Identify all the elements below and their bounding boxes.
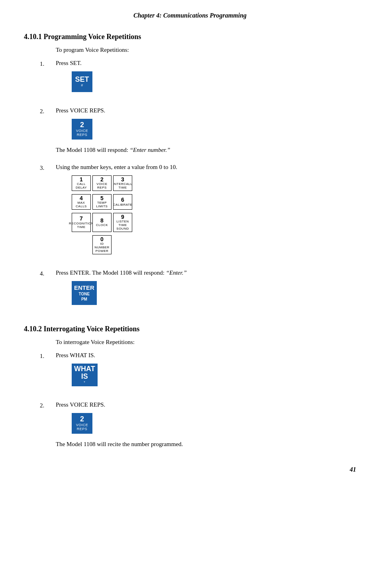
step-3: 3. Using the number keys, enter a value … [40, 164, 356, 262]
key-4: 4 MAX CALLS [72, 194, 91, 210]
step-1-text: Press SET. [56, 60, 356, 67]
s2-step-1: 1. Press WHAT IS. WHATIS * [40, 352, 356, 393]
step-3-number: 3. [40, 164, 56, 171]
s2-voice-reps-key-main: 2 [80, 415, 84, 423]
section-1-title: 4.10.1 Programming Voice Repetitions [24, 33, 356, 41]
s2-step-1-number: 1. [40, 352, 56, 360]
step-1-key-block: SET # [72, 71, 356, 94]
key-2: 2 VOICEREPS [92, 175, 112, 191]
s2-step-2-key-block: 2 VOICEREPS [72, 413, 356, 435]
numpad-zero-row: 0 ID NUMBERPOWER [72, 235, 132, 256]
key-0: 0 ID NUMBERPOWER [92, 235, 112, 254]
voice-reps-key-main: 2 [80, 121, 84, 129]
set-key-button: SET # [72, 71, 92, 92]
key-5: 5 TEMP LIMITS [92, 194, 112, 210]
enter-key-sub2: PM [81, 297, 87, 302]
s2-step-1-text: Press WHAT IS. [56, 352, 356, 359]
step-4-number: 4. [40, 269, 56, 277]
key-9: 9 LISTEN TIMESOUND [113, 213, 132, 232]
step-4-text: Press ENTER. The Model 1108 will respond… [56, 269, 356, 276]
set-key-main: SET [75, 76, 89, 84]
step-3-content: Using the number keys, enter a value fro… [56, 164, 356, 262]
key-7: 7 RECOGNITIONTIME [72, 213, 91, 232]
step-2-response-italic: “Enter number.” [130, 147, 170, 153]
s2-step-1-content: Press WHAT IS. WHATIS * [56, 352, 356, 393]
enter-key-button: ENTER TONE PM [72, 281, 97, 305]
voice-reps-key-sub: VOICEREPS [76, 129, 88, 137]
step-2-response: The Model 1108 will respond: “Enter numb… [56, 147, 356, 153]
s2-voice-reps-key-sub: VOICEREPS [76, 423, 88, 431]
section-2-title: 4.10.2 Interrogating Voice Repetitions [24, 325, 356, 333]
s2-step-1-key-block: WHATIS * [72, 364, 356, 388]
section-2-intro: To interrogate Voice Repetitions: [56, 339, 356, 346]
section-1-steps: 1. Press SET. SET # 2. Press VOICE REPS.… [40, 60, 356, 311]
key-1: 1 CALLDELAY [72, 175, 91, 191]
s2-voice-reps-key-button: 2 VOICEREPS [72, 413, 92, 434]
step-2-content: Press VOICE REPS. 2 VOICEREPS The Model … [56, 107, 356, 156]
step-3-text: Using the number keys, enter a value fro… [56, 164, 356, 171]
step-2: 2. Press VOICE REPS. 2 VOICEREPS The Mod… [40, 107, 356, 156]
s2-step-2-content: Press VOICE REPS. 2 VOICEREPS The Model … [56, 401, 356, 450]
page-number: 41 [24, 466, 356, 473]
step-2-number: 2. [40, 107, 56, 115]
key-8: 8 CLOCK [92, 213, 112, 232]
step-1: 1. Press SET. SET # [40, 60, 356, 99]
step-1-number: 1. [40, 60, 56, 67]
s2-step-2-text: Press VOICE REPS. [56, 401, 356, 408]
set-key-sub: # [81, 84, 83, 88]
enter-key-main: ENTER [74, 284, 94, 292]
s2-step-2: 2. Press VOICE REPS. 2 VOICEREPS The Mod… [40, 401, 356, 450]
section-4-10-2: 4.10.2 Interrogating Voice Repetitions T… [24, 325, 356, 450]
step-4: 4. Press ENTER. The Model 1108 will resp… [40, 269, 356, 311]
step-2-text: Press VOICE REPS. [56, 107, 356, 114]
enter-key-sub1: TONE [79, 291, 90, 297]
what-is-key-button: WHATIS * [72, 364, 98, 386]
what-is-key-sub: * [84, 381, 85, 385]
key-3: 3 INTERCALLTIME [113, 175, 132, 191]
step-1-content: Press SET. SET # [56, 60, 356, 99]
step-4-content: Press ENTER. The Model 1108 will respond… [56, 269, 356, 311]
chapter-header: Chapter 4: Communications Programming [24, 12, 356, 22]
step-2-key-block: 2 VOICEREPS [72, 119, 356, 141]
what-is-key-main: WHATIS [74, 365, 95, 381]
numpad: 1 CALLDELAY 2 VOICEREPS 3 INTERCALLTIME [72, 175, 132, 234]
s2-step-2-number: 2. [40, 401, 56, 409]
key-6: 6 CALIBRATE [113, 194, 132, 210]
step-3-numpad-block: 1 CALLDELAY 2 VOICEREPS 3 INTERCALLTIME [72, 175, 356, 256]
voice-reps-key-button: 2 VOICEREPS [72, 119, 92, 140]
section-2-steps: 1. Press WHAT IS. WHATIS * 2. Press VOIC… [40, 352, 356, 450]
section-1-intro: To program Voice Repetitions: [56, 47, 356, 53]
step-4-text-italic: “Enter.” [166, 269, 187, 276]
step-4-key-block: ENTER TONE PM [72, 281, 356, 305]
section-4-10-1: 4.10.1 Programming Voice Repetitions To … [24, 33, 356, 311]
s2-step-2-response: The Model 1108 will recite the number pr… [56, 441, 356, 448]
